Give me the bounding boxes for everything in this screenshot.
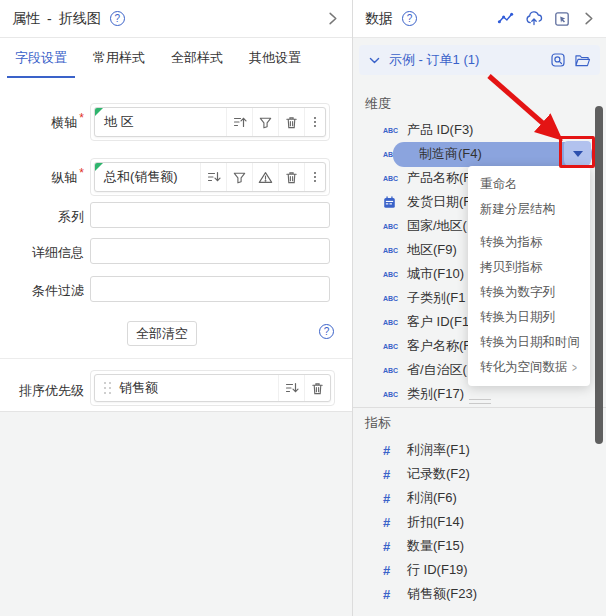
text-field-icon: ABC xyxy=(383,295,407,302)
folder-icon[interactable] xyxy=(574,53,591,68)
data-panel: 数据 ? 示例 - 订单1 (1) xyxy=(352,0,606,616)
menu-item-convert-to-date[interactable]: 转换为日期列 xyxy=(468,305,590,330)
sort-asc-icon[interactable] xyxy=(226,108,252,136)
section-resize-handle[interactable] xyxy=(469,399,491,404)
text-field-icon: ABC xyxy=(383,271,407,278)
number-field-icon: # xyxy=(383,515,407,530)
sort-priority-label: 排序优先级 xyxy=(0,382,84,400)
drag-handle[interactable] xyxy=(103,381,113,395)
menu-item-new-hierarchy[interactable]: 新建分层结构 xyxy=(468,197,590,222)
text-field-icon: ABC xyxy=(383,223,407,230)
text-field-icon: ABC xyxy=(383,319,407,326)
metric-item[interactable]: # 记录数(F2) xyxy=(353,462,606,486)
sort-priority-field-name: 销售额 xyxy=(116,379,278,397)
metric-item[interactable]: # 利润率(F1) xyxy=(353,438,606,462)
field-dropdown-button[interactable] xyxy=(564,141,591,167)
title-separator: - xyxy=(47,11,52,27)
sort-priority-pill[interactable]: 销售额 xyxy=(94,374,331,402)
series-label: 系列 xyxy=(0,208,84,226)
sort-desc-icon[interactable] xyxy=(278,375,304,401)
metric-item[interactable]: # 销售额(F23) xyxy=(353,582,606,606)
text-field-icon: ABC xyxy=(383,127,407,134)
help-icon[interactable]: ? xyxy=(319,324,334,339)
chevron-down-icon[interactable] xyxy=(368,54,381,67)
dimension-item[interactable]: ABC 产品 ID(F3) xyxy=(353,118,606,142)
y-axis-field-pill[interactable]: 总和(销售额) xyxy=(94,162,326,192)
condition-filter-label: 条件过滤 xyxy=(0,282,84,300)
detail-input[interactable] xyxy=(90,238,330,264)
chart-type-label: 折线图 xyxy=(59,10,101,28)
line-chart-icon[interactable] xyxy=(497,10,514,27)
dataset-row[interactable]: 示例 - 订单1 (1) xyxy=(359,45,600,75)
collapse-panel-icon[interactable] xyxy=(325,11,340,26)
filter-icon[interactable] xyxy=(226,163,252,191)
dimension-marker-icon xyxy=(95,108,103,116)
help-icon[interactable]: ? xyxy=(110,11,125,26)
tab-all-styles[interactable]: 全部样式 xyxy=(158,38,236,78)
menu-item-convert-to-number[interactable]: 转换为数字列 xyxy=(468,280,590,305)
number-field-icon: # xyxy=(383,587,407,602)
tab-common-styles[interactable]: 常用样式 xyxy=(80,38,158,78)
sort-desc-icon[interactable] xyxy=(200,163,226,191)
sort-priority-dropzone[interactable]: 销售额 xyxy=(90,370,335,406)
number-field-icon: # xyxy=(383,539,407,554)
y-axis-dropzone[interactable]: 总和(销售额) xyxy=(90,158,330,196)
metric-item[interactable]: # 利润(F6) xyxy=(353,486,606,510)
help-icon[interactable]: ? xyxy=(402,11,417,26)
panel-title: 属性 xyxy=(12,10,40,28)
condition-filter-input[interactable] xyxy=(90,276,330,302)
more-icon[interactable] xyxy=(304,108,325,136)
properties-tabs: 字段设置 常用样式 全部样式 其他设置 xyxy=(2,38,314,78)
required-mark: * xyxy=(79,111,84,129)
menu-item-convert-to-datetime[interactable]: 转换为日期和时间 xyxy=(468,330,590,355)
metric-item[interactable]: # 折扣(F14) xyxy=(353,510,606,534)
menu-item-rename[interactable]: 重命名 xyxy=(468,172,590,197)
cloud-upload-icon[interactable] xyxy=(525,10,543,27)
more-icon[interactable] xyxy=(304,163,325,191)
number-field-icon: # xyxy=(383,443,407,458)
x-axis-label: 横轴* xyxy=(0,114,84,132)
series-input[interactable] xyxy=(90,202,330,228)
dimension-marker-icon xyxy=(95,163,103,171)
warning-icon[interactable] xyxy=(252,163,278,191)
y-axis-label: 纵轴* xyxy=(0,169,84,187)
dataset-name: 示例 - 订单1 (1) xyxy=(389,51,479,69)
text-field-icon: ABC xyxy=(383,391,407,398)
data-panel-header: 数据 ? xyxy=(353,0,606,38)
x-axis-dropzone[interactable]: 地 区 xyxy=(90,103,330,141)
tab-field-settings[interactable]: 字段设置 xyxy=(2,38,80,78)
number-field-icon: # xyxy=(383,491,407,506)
scrollbar-thumb[interactable] xyxy=(595,106,603,444)
section-divider xyxy=(0,358,352,359)
menu-item-convert-to-spatial[interactable]: 转化为空间数据 > xyxy=(468,355,590,380)
search-dataset-icon[interactable] xyxy=(550,52,566,68)
dropdown-triangle-icon xyxy=(573,151,583,157)
detail-label: 详细信息 xyxy=(0,244,84,262)
menu-item-convert-to-metric[interactable]: 转换为指标 xyxy=(468,230,590,255)
tab-other-settings[interactable]: 其他设置 xyxy=(236,38,314,78)
delete-icon[interactable] xyxy=(278,108,304,136)
metric-list: # 利润率(F1) # 记录数(F2) # 利润(F6) # 折扣(F14) #… xyxy=(353,438,606,606)
date-field-icon xyxy=(383,196,407,209)
menu-item-copy-to-metric[interactable]: 拷贝到指标 xyxy=(468,255,590,280)
delete-icon[interactable] xyxy=(304,375,330,401)
text-field-icon: ABC xyxy=(383,247,407,254)
properties-panel: 属性 - 折线图 ? 字段设置 常用样式 全部样式 其他设置 横轴* 地 区 xyxy=(0,0,352,616)
y-axis-field-name: 总和(销售额) xyxy=(95,168,200,186)
delete-icon[interactable] xyxy=(278,163,304,191)
clear-all-button[interactable]: 全部清空 xyxy=(127,321,197,346)
dimension-item-selected[interactable]: ABC 制造商(F4) xyxy=(353,142,606,166)
select-data-icon[interactable] xyxy=(554,11,570,27)
text-field-icon: ABC xyxy=(383,367,407,374)
collapse-panel-icon[interactable] xyxy=(581,11,596,26)
field-context-menu: 重命名 新建分层结构 转换为指标 拷贝到指标 转换为数字列 转换为日期列 转换为… xyxy=(468,166,590,386)
x-axis-field-pill[interactable]: 地 区 xyxy=(94,107,326,137)
metric-item[interactable]: # 数量(F15) xyxy=(353,534,606,558)
submenu-arrow-icon: > xyxy=(572,361,577,375)
filter-icon[interactable] xyxy=(252,108,278,136)
dimensions-section-label: 维度 xyxy=(365,95,391,113)
text-field-icon: ABC xyxy=(383,343,407,350)
properties-header: 属性 - 折线图 ? xyxy=(0,0,352,38)
metric-item[interactable]: # 行 ID(F19) xyxy=(353,558,606,582)
text-field-icon: ABC xyxy=(383,175,407,182)
